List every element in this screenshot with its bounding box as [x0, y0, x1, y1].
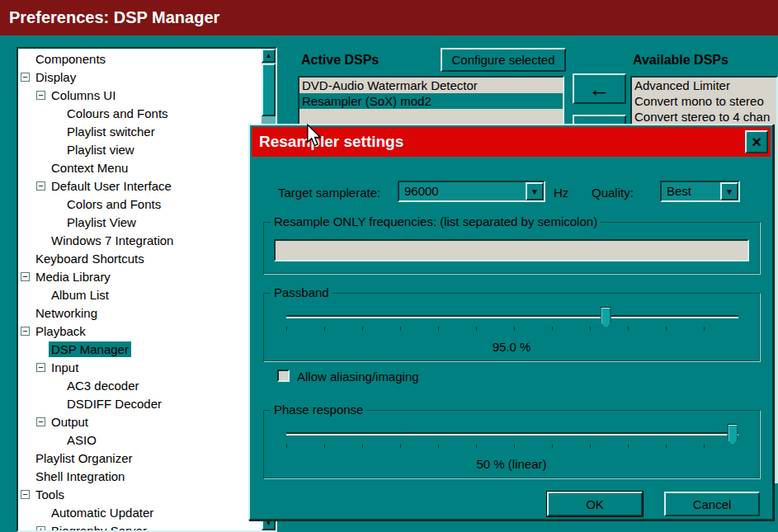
- dialog-titlebar: Resampler settings ×: [252, 127, 771, 157]
- collapse-icon[interactable]: −: [36, 181, 45, 191]
- scroll-up-icon: ▲: [266, 52, 272, 59]
- tree-item-automatic-updater[interactable]: Automatic Updater: [18, 504, 262, 522]
- tree-item-components[interactable]: Components: [18, 50, 262, 68]
- tree-item-label: DSP Manager: [49, 341, 131, 357]
- tree-item-label: Playlist switcher: [64, 124, 158, 139]
- tree-item-playlist-view[interactable]: Playlist View: [18, 214, 262, 232]
- phase-slider-thumb[interactable]: [727, 424, 738, 445]
- tree-item-asio[interactable]: ASIO: [18, 431, 262, 450]
- tree-item-shell-integration[interactable]: Shell Integration: [18, 468, 262, 486]
- tree-item-default-user-interface[interactable]: −Default User Interface: [18, 177, 262, 195]
- quality-combobox[interactable]: Best ▼: [660, 181, 740, 202]
- tree-item-label: Playlist view: [64, 142, 137, 158]
- tree-item-windows-7-integration[interactable]: Windows 7 Integration: [18, 232, 262, 250]
- tree-item-label: AC3 decoder: [64, 378, 142, 393]
- tree-item-networking[interactable]: Networking: [18, 304, 262, 322]
- tree-item-label: Playlist Organizer: [33, 450, 135, 466]
- scroll-up-button[interactable]: ▲: [262, 49, 276, 63]
- ok-button[interactable]: OK: [547, 492, 643, 516]
- tree-item-tools[interactable]: −Tools: [18, 486, 262, 504]
- collapse-icon[interactable]: −: [21, 73, 30, 82]
- move-left-button[interactable]: ←: [573, 73, 626, 104]
- tree-item-label: Colours and Fonts: [64, 106, 171, 121]
- tree-item-label: Biography Server: [49, 523, 149, 530]
- close-button[interactable]: ×: [745, 130, 768, 153]
- tree-item-media-library[interactable]: −Media Library: [18, 268, 262, 286]
- tree-item-label: Context Menu: [49, 160, 130, 176]
- configure-selected-button[interactable]: Configure selected: [441, 48, 566, 72]
- passband-slider-track[interactable]: [286, 315, 738, 318]
- resample-only-group: Resample ONLY frequencies: (list separat…: [263, 222, 760, 274]
- tree-item-biography-server[interactable]: +Biography Server: [18, 522, 262, 530]
- tree-item-playlist-switcher[interactable]: Playlist switcher: [18, 123, 262, 141]
- tree-item-label: Keyboard Shortcuts: [33, 251, 147, 266]
- passband-group-label: Passband: [271, 285, 332, 299]
- mouse-cursor: [305, 124, 323, 148]
- tree-item-label: Tools: [33, 487, 67, 502]
- tree-item-ac3-decoder[interactable]: AC3 decoder: [18, 377, 262, 395]
- tree-item-playback[interactable]: −Playback: [18, 322, 262, 341]
- quality-label: Quality:: [592, 186, 634, 200]
- phase-response-group-label: Phase response: [271, 403, 366, 417]
- tree-scrollbar-thumb[interactable]: [262, 64, 276, 116]
- target-samplerate-label: Target samplerate:: [278, 186, 380, 200]
- tree-item-colors-and-fonts[interactable]: Colors and Fonts: [18, 195, 262, 214]
- target-samplerate-value: 96000: [399, 182, 544, 200]
- tree-item-context-menu[interactable]: Context Menu: [18, 159, 262, 177]
- preferences-window: Preferences: DSP Manager Components−Disp…: [0, 0, 778, 532]
- target-samplerate-combobox[interactable]: 96000 ▼: [398, 181, 545, 202]
- tree-item-label: Playlist View: [64, 214, 139, 230]
- list-item-convert-stereo-to-4-chan[interactable]: Convert stereo to 4 chan: [632, 109, 776, 125]
- dialog-title: Resampler settings: [252, 127, 771, 157]
- tree-item-input[interactable]: −Input: [18, 359, 262, 377]
- tree-item-dsdiff-decoder[interactable]: DSDIFF Decoder: [18, 395, 262, 413]
- list-item-resampler-sox-mod2[interactable]: Resampler (SoX) mod2: [299, 93, 563, 109]
- cancel-button[interactable]: Cancel: [664, 492, 760, 516]
- tree-item-album-list[interactable]: Album List: [18, 286, 262, 304]
- tree-item-display[interactable]: −Display: [18, 68, 262, 87]
- tree-item-label: Columns UI: [49, 87, 118, 103]
- tree-item-label: Components: [33, 51, 108, 67]
- tree-item-label: Display: [33, 69, 78, 85]
- passband-group: Passband 95.0 %: [263, 293, 760, 361]
- list-item-advanced-limiter[interactable]: Advanced Limiter: [632, 78, 776, 93]
- window-titlebar: Preferences: DSP Manager: [0, 0, 778, 35]
- tree-item-columns-ui[interactable]: −Columns UI: [18, 87, 262, 105]
- tree-item-label: Windows 7 Integration: [49, 233, 176, 248]
- allow-aliasing-label: Allow aliasing/imaging: [297, 370, 419, 384]
- chevron-down-icon[interactable]: ▼: [720, 182, 738, 200]
- phase-slider-track[interactable]: [286, 432, 738, 435]
- hz-unit-label: Hz: [554, 186, 568, 200]
- collapse-icon[interactable]: −: [21, 272, 30, 281]
- tree-item-label: Shell Integration: [33, 468, 127, 484]
- combo-arrow-glyph: ▼: [725, 187, 733, 196]
- list-item-convert-mono-to-stereo[interactable]: Convert mono to stereo: [632, 93, 776, 109]
- phase-value: 50 % (linear): [264, 457, 759, 471]
- expand-icon[interactable]: +: [36, 526, 45, 530]
- preferences-tree: Components−Display−Columns UIColours and…: [18, 49, 262, 530]
- tree-item-playlist-view[interactable]: Playlist view: [18, 141, 262, 159]
- collapse-icon[interactable]: −: [36, 363, 45, 372]
- active-dsps-label: Active DSPs: [301, 53, 379, 68]
- tree-item-playlist-organizer[interactable]: Playlist Organizer: [18, 450, 262, 468]
- tree-item-colours-and-fonts[interactable]: Colours and Fonts: [18, 105, 262, 123]
- tree-item-label: Automatic Updater: [49, 505, 156, 520]
- resample-frequencies-input[interactable]: [274, 239, 749, 261]
- list-item-dvd-audio-watermark-detector[interactable]: DVD-Audio Watermark Detector: [299, 78, 563, 93]
- allow-aliasing-checkbox[interactable]: [277, 370, 290, 382]
- passband-slider-thumb[interactable]: [601, 307, 611, 328]
- tree-item-label: DSDIFF Decoder: [64, 396, 164, 412]
- passband-value: 95.0 %: [264, 340, 759, 354]
- tree-item-keyboard-shortcuts[interactable]: Keyboard Shortcuts: [18, 250, 262, 268]
- tree-item-dsp-manager[interactable]: DSP Manager: [18, 341, 262, 359]
- chevron-down-icon[interactable]: ▼: [526, 182, 544, 200]
- close-icon: ×: [752, 133, 761, 151]
- tree-item-label: Media Library: [33, 269, 113, 285]
- collapse-icon[interactable]: −: [21, 327, 30, 336]
- collapse-icon[interactable]: −: [36, 417, 45, 426]
- collapse-icon[interactable]: −: [36, 91, 45, 100]
- tree-item-output[interactable]: −Output: [18, 413, 262, 431]
- resample-only-group-label: Resample ONLY frequencies: (list separat…: [271, 214, 601, 228]
- tree-item-label: Input: [49, 360, 81, 375]
- collapse-icon[interactable]: −: [21, 490, 30, 499]
